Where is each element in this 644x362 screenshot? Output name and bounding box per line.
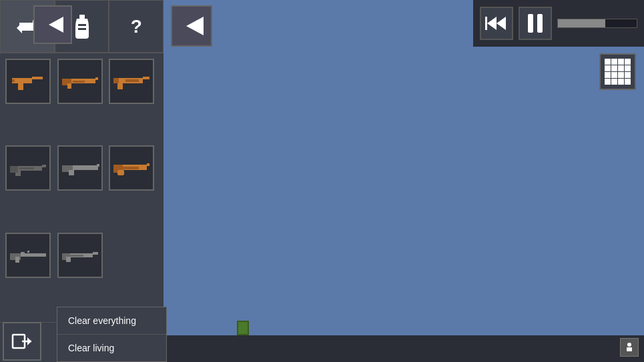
progress-fill: [558, 19, 605, 27]
svg-rect-6: [32, 77, 43, 79]
bottom-right-icon[interactable]: [620, 338, 639, 357]
svg-rect-20: [42, 165, 46, 167]
svg-rect-23: [19, 167, 34, 169]
game-area: [164, 0, 644, 362]
exit-button[interactable]: [3, 322, 41, 361]
player-character: [237, 321, 249, 335]
svg-rect-12: [73, 81, 85, 83]
help-button[interactable]: ?: [109, 0, 164, 53]
grid-toggle-button[interactable]: [599, 53, 636, 90]
svg-rect-50: [528, 14, 533, 33]
weapon-slot-2[interactable]: [57, 59, 103, 104]
weapon-smg-icon: [112, 71, 151, 91]
weapon-slot-1[interactable]: [5, 59, 51, 104]
svg-rect-13: [67, 83, 71, 89]
weapon-assault-icon: [9, 158, 47, 178]
svg-rect-2: [79, 15, 85, 19]
svg-rect-54: [627, 347, 632, 351]
svg-rect-28: [69, 170, 74, 175]
svg-rect-32: [123, 167, 139, 169]
svg-rect-26: [97, 164, 98, 167]
svg-rect-51: [537, 14, 543, 33]
weapon-slot-7[interactable]: [5, 233, 51, 278]
svg-rect-11: [95, 77, 98, 80]
toolbar: ?: [0, 0, 164, 53]
svg-marker-55: [186, 17, 204, 35]
svg-rect-27: [98, 164, 99, 167]
weapon-pistol-icon: [9, 71, 47, 91]
svg-rect-17: [125, 79, 139, 82]
rewind-button[interactable]: [480, 7, 513, 40]
svg-marker-48: [497, 17, 506, 30]
svg-rect-3: [78, 24, 86, 26]
svg-rect-43: [66, 257, 71, 262]
svg-rect-36: [21, 252, 25, 255]
weapon-slot-8[interactable]: [57, 233, 103, 278]
weapon-sniper-icon: [9, 245, 47, 265]
weapon-slot-5[interactable]: [57, 145, 103, 191]
question-icon: ?: [131, 16, 142, 37]
back-game-arrow-icon: [180, 14, 204, 38]
svg-rect-8: [12, 79, 15, 82]
clear-living-button[interactable]: Clear living: [57, 335, 166, 361]
bottle-icon: [73, 15, 91, 39]
svg-rect-42: [70, 255, 83, 257]
weapon-rifle-icon: [61, 71, 99, 91]
svg-rect-5: [12, 78, 32, 83]
context-menu: Clear everything Clear living: [57, 307, 167, 362]
exit-icon: [11, 331, 33, 352]
svg-rect-18: [113, 78, 119, 83]
person-icon: [624, 342, 635, 353]
svg-rect-30: [147, 163, 149, 166]
weapon-slot-3[interactable]: [109, 59, 154, 104]
svg-rect-37: [27, 251, 29, 253]
svg-marker-47: [487, 17, 497, 30]
weapon-slot-6[interactable]: [109, 145, 154, 191]
weapon-slot-4[interactable]: [5, 145, 51, 191]
clear-everything-button[interactable]: Clear everything: [57, 307, 166, 335]
ground: [164, 335, 644, 362]
pause-icon: [526, 13, 545, 34]
svg-marker-46: [27, 337, 31, 345]
back-button[interactable]: [33, 5, 72, 44]
weapon-shotgun-icon: [61, 158, 99, 178]
svg-rect-15: [143, 77, 149, 79]
weapon-carbine-icon: [61, 245, 99, 265]
sidebar: ?: [0, 0, 164, 362]
svg-rect-38: [15, 257, 19, 263]
pause-button[interactable]: [519, 7, 552, 40]
svg-rect-16: [117, 83, 123, 89]
svg-rect-40: [93, 252, 98, 255]
back-arrow-icon: [42, 14, 63, 35]
grid-icon: [605, 59, 631, 85]
svg-rect-7: [18, 83, 23, 90]
weapon-lmg-icon: [112, 158, 151, 178]
svg-rect-22: [10, 166, 18, 173]
svg-point-53: [627, 343, 631, 347]
svg-marker-52: [49, 17, 63, 33]
top-controls: [473, 0, 644, 47]
weapon-grid: [0, 53, 164, 322]
svg-rect-49: [485, 17, 487, 30]
rewind-icon: [485, 14, 508, 33]
progress-bar: [557, 19, 637, 28]
svg-rect-4: [78, 28, 86, 30]
svg-rect-33: [117, 170, 124, 175]
bottom-area: Clear everything Clear living: [0, 322, 164, 362]
back-game-button[interactable]: [171, 5, 212, 47]
